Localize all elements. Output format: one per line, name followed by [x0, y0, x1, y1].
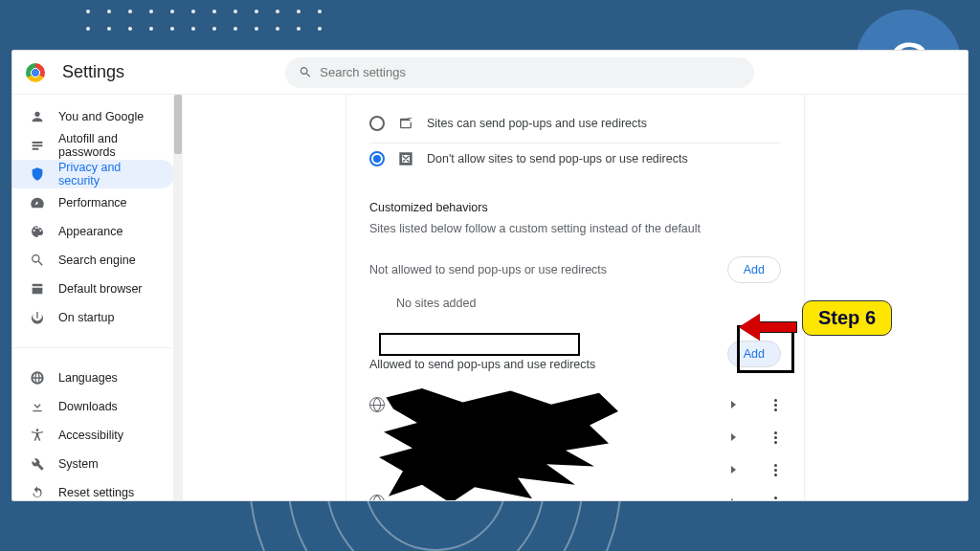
globe-icon — [30, 370, 45, 386]
sidebar-item-label: Autofill and passwords — [58, 132, 158, 159]
more-actions-icon[interactable] — [774, 399, 777, 411]
globe-icon — [369, 397, 385, 412]
sidebar-item-label: Reset settings — [58, 486, 134, 499]
content-area: Sites can send pop-ups and use redirects… — [183, 95, 968, 500]
sidebar-separator — [12, 347, 171, 348]
popup-allow-icon — [398, 116, 413, 131]
sidebar-item-you[interactable]: You and Google — [12, 102, 175, 131]
add-not-allowed-button[interactable]: Add — [727, 256, 781, 283]
sidebar-item-label: Downloads — [58, 400, 118, 413]
wrench-icon — [30, 456, 45, 472]
radio-checked-icon — [369, 151, 385, 166]
more-actions-icon[interactable] — [774, 464, 777, 476]
expand-icon[interactable] — [731, 433, 736, 441]
sidebar-item-label: Performance — [58, 196, 127, 209]
sidebar-item-default[interactable]: Default browser — [12, 275, 175, 303]
annotation-arrow — [739, 314, 797, 341]
search-field[interactable] — [285, 57, 754, 88]
radio-allow-popups[interactable]: Sites can send pop-ups and use redirects — [369, 108, 781, 139]
scrollbar-thumb[interactable] — [174, 95, 182, 154]
sidebar-item-languages[interactable]: Languages — [12, 364, 175, 392]
sidebar-item-performance[interactable]: Performance — [12, 188, 175, 217]
decorative-dots — [86, 10, 339, 44]
expand-icon[interactable] — [731, 498, 736, 501]
reset-icon — [30, 485, 45, 500]
radio-label: Sites can send pop-ups and use redirects — [427, 117, 647, 130]
annotation-box-heading — [379, 333, 580, 356]
sidebar-item-label: Appearance — [58, 225, 122, 238]
sidebar-item-label: You and Google — [58, 110, 144, 123]
allowed-heading: Allowed to send pop-ups and use redirect… — [369, 358, 595, 371]
sidebar-item-autofill[interactable]: Autofill and passwords — [12, 131, 175, 160]
search-input[interactable] — [320, 65, 741, 79]
sidebar: You and GoogleAutofill and passwordsPriv… — [12, 95, 183, 500]
allowed-sites-list — [369, 388, 781, 501]
sidebar-item-search[interactable]: Search engine — [12, 246, 175, 275]
radio-label: Don't allow sites to send pop-ups or use… — [427, 152, 688, 165]
chrome-logo-icon — [26, 63, 45, 82]
search-icon — [30, 253, 45, 268]
sidebar-item-accessibility[interactable]: Accessibility — [12, 421, 175, 450]
search-icon — [299, 65, 312, 79]
accessibility-icon — [30, 428, 45, 443]
sidebar-scrollbar[interactable] — [173, 95, 183, 500]
speed-icon — [30, 195, 45, 210]
sidebar-item-startup[interactable]: On startup — [12, 303, 175, 332]
browser-icon — [30, 281, 45, 297]
sidebar-item-label: Default browser — [58, 282, 143, 296]
page-title: Settings — [62, 62, 124, 82]
shield-icon — [30, 166, 45, 182]
sidebar-item-appearance[interactable]: Appearance — [12, 217, 175, 246]
sidebar-item-label: On startup — [58, 311, 114, 324]
customized-subtitle: Sites listed below follow a custom setti… — [369, 222, 781, 235]
radio-unchecked-icon — [369, 116, 385, 131]
sidebar-item-label: Search engine — [58, 253, 136, 267]
power-icon — [30, 310, 45, 325]
expand-icon[interactable] — [731, 466, 736, 474]
not-allowed-heading: Not allowed to send pop-ups or use redir… — [369, 263, 607, 276]
globe-icon — [369, 495, 385, 501]
sidebar-item-downloads[interactable]: Downloads — [12, 392, 175, 421]
more-actions-icon[interactable] — [774, 431, 777, 444]
popups-redirects-panel: Sites can send pop-ups and use redirects… — [345, 95, 805, 500]
radio-block-popups[interactable]: Don't allow sites to send pop-ups or use… — [369, 143, 781, 174]
sidebar-item-label: Privacy and security — [58, 161, 158, 187]
customized-title: Customized behaviors — [369, 201, 781, 214]
sidebar-item-label: Languages — [58, 371, 118, 385]
sidebar-item-system[interactable]: System — [12, 450, 175, 478]
settings-window: Settings You and GoogleAutofill and pass… — [11, 50, 969, 501]
expand-icon[interactable] — [731, 401, 736, 408]
annotation-step-badge: Step 6 — [802, 300, 892, 336]
no-sites-text: No sites added — [396, 297, 781, 310]
header-bar: Settings — [12, 51, 968, 95]
popup-block-icon — [398, 151, 413, 166]
sidebar-item-privacy[interactable]: Privacy and security — [12, 160, 175, 188]
sidebar-item-label: System — [58, 457, 99, 471]
autofill-icon — [30, 138, 45, 153]
sidebar-item-label: Accessibility — [58, 429, 123, 442]
more-actions-icon[interactable] — [774, 496, 777, 502]
appearance-icon — [30, 224, 45, 239]
person-icon — [30, 109, 45, 124]
sidebar-item-reset[interactable]: Reset settings — [12, 478, 175, 501]
download-icon — [30, 399, 45, 414]
